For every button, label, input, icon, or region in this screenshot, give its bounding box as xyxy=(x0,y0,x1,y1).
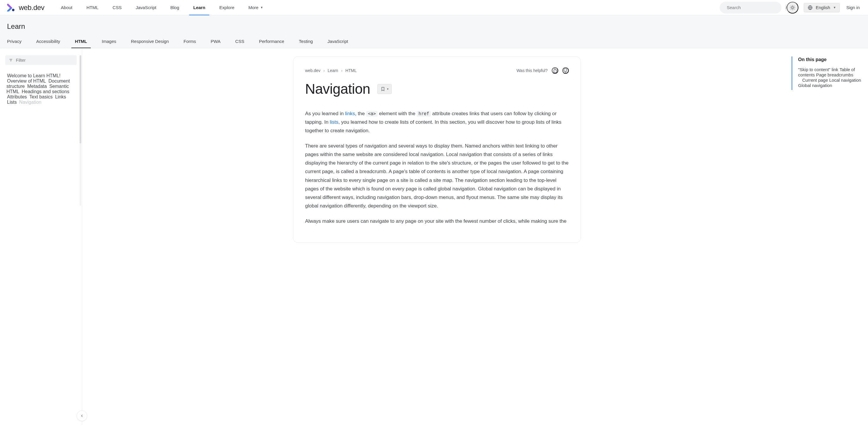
brand-name: web.dev xyxy=(19,3,44,12)
tab-pwa[interactable]: PWA xyxy=(211,39,220,48)
sidebar-item[interactable]: Navigation xyxy=(19,97,42,108)
nav-javascript[interactable]: JavaScript xyxy=(136,0,156,15)
tab-forms[interactable]: Forms xyxy=(184,39,196,48)
search-input[interactable] xyxy=(727,5,782,10)
sign-in-link[interactable]: Sign in xyxy=(845,5,861,10)
nav-blog[interactable]: Blog xyxy=(170,0,179,15)
tab-javascript[interactable]: JavaScript xyxy=(328,39,348,48)
paragraph: As you learned in links, the <a> element… xyxy=(305,109,569,135)
helpful-widget: Was this helpful? xyxy=(517,67,569,74)
tab-accessibility[interactable]: Accessibility xyxy=(36,39,60,48)
topbar: web.dev About HTML CSS JavaScript Blog L… xyxy=(0,0,868,15)
thumbs-down-icon xyxy=(563,68,568,73)
tab-css[interactable]: CSS xyxy=(235,39,244,48)
nav-html[interactable]: HTML xyxy=(87,0,99,15)
tab-testing[interactable]: Testing xyxy=(299,39,313,48)
toc-title: On this page xyxy=(798,57,862,62)
svg-line-11 xyxy=(794,6,794,6)
article: web.dev › Learn › HTML Was this helpful? xyxy=(293,56,581,243)
language-selector[interactable]: English ▼ xyxy=(804,3,840,12)
nav-learn[interactable]: Learn xyxy=(193,0,205,15)
code-a-tag: <a> xyxy=(366,111,378,117)
top-right: / English ▼ Sign in xyxy=(720,2,861,13)
chevron-left-icon xyxy=(80,414,84,418)
toc-item-local-nav[interactable]: Local navigation xyxy=(829,75,861,86)
sidebar-filter-input[interactable] xyxy=(16,58,73,63)
thumbs-down-button[interactable] xyxy=(562,67,569,74)
article-wrap: web.dev › Learn › HTML Was this helpful? xyxy=(82,48,792,425)
tab-responsive-design[interactable]: Responsive Design xyxy=(131,39,169,48)
link-lists[interactable]: lists xyxy=(330,119,338,125)
sidebar-collapse-button[interactable] xyxy=(76,410,87,421)
left-sidebar: Welcome to Learn HTML! Overview of HTML … xyxy=(0,48,82,425)
paragraph: There are several types of navigation an… xyxy=(305,142,569,210)
article-body: As you learned in links, the <a> element… xyxy=(305,109,569,225)
svg-point-3 xyxy=(792,6,794,8)
sidebar-scrollbar[interactable] xyxy=(80,55,81,206)
chevron-right-icon: › xyxy=(341,68,343,73)
filter-icon xyxy=(9,58,13,62)
chevron-right-icon: › xyxy=(323,68,325,73)
svg-line-8 xyxy=(791,6,792,6)
paragraph: Always make sure users can navigate to a… xyxy=(305,217,569,225)
right-toc: On this page "Skip to content" link Tabl… xyxy=(792,48,868,425)
bookmark-button[interactable]: ▾ xyxy=(377,84,392,94)
helpful-label: Was this helpful? xyxy=(517,68,548,73)
crumb-webdev[interactable]: web.dev xyxy=(305,68,320,73)
svg-line-10 xyxy=(791,9,792,9)
chevron-down-icon: ▼ xyxy=(833,6,836,9)
thumbs-up-icon xyxy=(552,68,558,73)
sidebar-list: Welcome to Learn HTML! Overview of HTML … xyxy=(5,68,76,110)
brand-link[interactable]: web.dev xyxy=(7,3,44,12)
nav-explore[interactable]: Explore xyxy=(219,0,234,15)
sidebar-item[interactable]: Lists xyxy=(6,97,17,108)
nav-more-label: More xyxy=(248,5,258,10)
sun-icon xyxy=(789,5,796,10)
subheader: Learn Privacy Accessibility HTML Images … xyxy=(0,15,868,48)
code-href: href xyxy=(417,111,431,117)
theme-toggle-button[interactable] xyxy=(787,2,798,13)
subheader-title: Learn xyxy=(7,22,861,31)
bookmark-icon xyxy=(380,87,385,91)
thumbs-up-button[interactable] xyxy=(552,67,558,74)
crumb-learn[interactable]: Learn xyxy=(328,68,338,73)
search-pill[interactable]: / xyxy=(720,2,781,13)
crumb-html[interactable]: HTML xyxy=(345,68,356,73)
sidebar-scrollbar-thumb[interactable] xyxy=(80,55,81,143)
nav-css[interactable]: CSS xyxy=(113,0,122,15)
tab-performance[interactable]: Performance xyxy=(259,39,284,48)
chevron-down-icon: ▾ xyxy=(387,87,389,90)
chevron-down-icon: ▼ xyxy=(260,6,263,9)
brand-logo-icon xyxy=(7,4,16,11)
globe-icon xyxy=(807,5,813,10)
top-nav: About HTML CSS JavaScript Blog Learn Exp… xyxy=(61,0,717,15)
nav-about[interactable]: About xyxy=(61,0,72,15)
page-title: Navigation xyxy=(305,81,370,97)
svg-point-0 xyxy=(12,8,14,11)
breadcrumb: web.dev › Learn › HTML xyxy=(305,68,356,73)
sidebar-filter[interactable] xyxy=(5,55,76,65)
link-links[interactable]: links xyxy=(345,111,355,116)
toc-item-global-nav[interactable]: Global navigation xyxy=(798,80,832,91)
tab-images[interactable]: Images xyxy=(102,39,116,48)
nav-more[interactable]: More ▼ xyxy=(248,0,263,15)
learn-subtabs: Privacy Accessibility HTML Images Respon… xyxy=(7,39,861,48)
tab-privacy[interactable]: Privacy xyxy=(7,39,22,48)
language-label: English xyxy=(816,5,830,10)
svg-line-9 xyxy=(794,9,794,9)
sidebar-item[interactable]: Links xyxy=(55,91,67,102)
tab-html[interactable]: HTML xyxy=(75,39,87,48)
